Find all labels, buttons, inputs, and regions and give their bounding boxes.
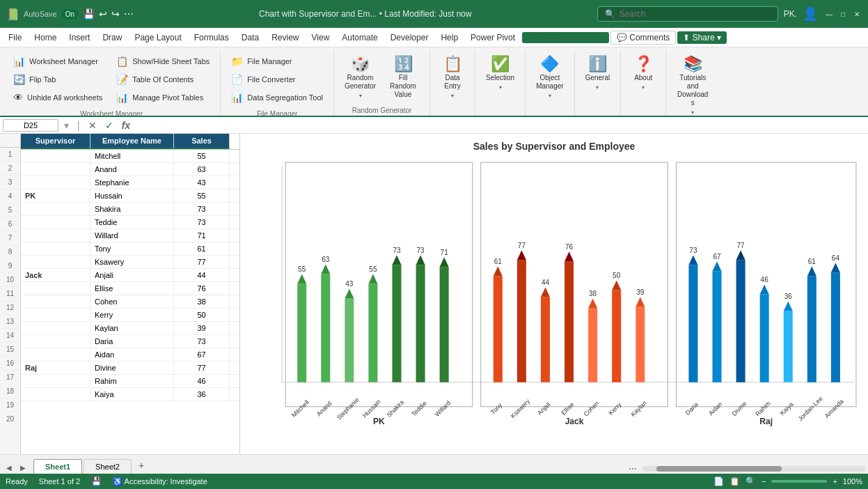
window-controls: — □ ✕ — [823, 8, 862, 20]
table-row[interactable]: Kerry 50 — [21, 309, 239, 322]
svg-text:Shakira: Shakira — [386, 398, 406, 419]
table-row[interactable]: Raj Divine 77 — [21, 362, 239, 375]
minimize-button[interactable]: — — [823, 8, 835, 20]
cell-sales: 77 — [174, 256, 230, 268]
menu-page-layout[interactable]: Page Layout — [129, 30, 187, 45]
menu-data[interactable]: Data — [236, 30, 265, 45]
profile-icon[interactable]: 👤 — [803, 6, 818, 22]
name-box[interactable] — [3, 119, 58, 132]
menu-review[interactable]: Review — [266, 30, 304, 45]
menu-developer[interactable]: Developer — [385, 30, 434, 45]
table-row[interactable]: Tony 61 — [21, 242, 239, 256]
ribbon-btn-data-entry[interactable]: 📋 DataEntry ▾ — [436, 53, 469, 102]
save-icon[interactable]: 💾 — [83, 8, 95, 20]
ribbon-btn-table-of-contents[interactable]: 📝 Table Of Contents — [111, 71, 214, 88]
horizontal-scrollbar[interactable] — [642, 466, 865, 472]
cell-employee: Daria — [90, 335, 174, 348]
menu-formulas[interactable]: Formulas — [189, 30, 235, 45]
data-entry-label: DataEntry — [444, 74, 460, 91]
close-button[interactable]: ✕ — [851, 8, 862, 20]
menu-comments[interactable]: 💬 Comments — [610, 31, 676, 45]
menu-insert[interactable]: Insert — [63, 30, 95, 45]
table-row[interactable]: Cohen 38 — [21, 295, 239, 309]
table-row[interactable]: Shakira 73 — [21, 203, 239, 216]
ribbon-btn-flip-tab[interactable]: 🔄 Flip Tab — [8, 71, 107, 88]
view-normal-icon[interactable]: 📄 — [713, 476, 724, 486]
menu-power-pivot[interactable]: Power Pivot — [465, 30, 521, 45]
menu-home[interactable]: Home — [29, 30, 62, 45]
cell-supervisor — [21, 282, 90, 295]
svg-marker-47 — [565, 251, 574, 261]
table-with-rownums: 1 2 3 4 5 6 7 8 9 10 11 12 13 14 15 16 1… — [0, 134, 239, 454]
table-row[interactable]: Aidan 67 — [21, 348, 239, 362]
table-row[interactable]: PK Hussain 55 — [21, 189, 239, 203]
table-row[interactable]: Ellise 76 — [21, 282, 239, 295]
ribbon-btn-tutorials[interactable]: 📚 Tutorials andDownloads ▾ — [672, 53, 713, 117]
ribbon-btn-worksheet-manager[interactable]: 📊 Worksheet Manager — [8, 53, 107, 70]
ribbon-btn-general[interactable]: ℹ️ General ▾ — [581, 53, 615, 94]
menu-share[interactable]: ⬆ Share ▾ — [677, 31, 727, 44]
search-input[interactable] — [620, 9, 771, 19]
table-row[interactable]: Mitchell 55 — [21, 150, 239, 163]
ribbon-btn-about[interactable]: ❓ About ▾ — [626, 53, 660, 94]
formula-fx[interactable]: fx — [119, 120, 133, 131]
more-icon[interactable]: ⋯ — [124, 8, 134, 20]
table-row[interactable]: Jack Anjali 44 — [21, 269, 239, 282]
row-numbers: 1 2 3 4 5 6 7 8 9 10 11 12 13 14 15 16 1… — [0, 134, 21, 454]
formula-input[interactable] — [136, 121, 865, 130]
zoom-in-icon[interactable]: + — [833, 477, 837, 486]
maximize-button[interactable]: □ — [837, 8, 849, 20]
menu-pk-utility[interactable]: PK's Utility Tool V3.0 — [522, 32, 609, 43]
ribbon-btn-fill-random[interactable]: 🔢 Fill RandomValue — [382, 53, 424, 102]
ribbon-btn-data-segregation[interactable]: 📊 Data Segregation Tool — [226, 89, 328, 106]
redo-icon[interactable]: ↪ — [111, 8, 120, 20]
table-row[interactable]: Rahim 46 — [21, 375, 239, 388]
svg-text:63: 63 — [322, 256, 330, 263]
zoom-out-icon[interactable]: − — [762, 477, 766, 486]
svg-text:Kerry: Kerry — [607, 401, 623, 417]
menu-file[interactable]: File — [3, 30, 27, 45]
table-row[interactable]: Anand 63 — [21, 163, 239, 176]
formula-confirm[interactable]: ✓ — [102, 120, 116, 131]
autosave-toggle[interactable]: On — [61, 9, 79, 20]
user-avatar[interactable]: PK. — [784, 9, 797, 19]
sheet-nav-prev[interactable]: ◀ — [3, 461, 15, 474]
table-row[interactable]: Daria 73 — [21, 335, 239, 348]
ribbon-btn-file-manager[interactable]: 📁 File Manager — [226, 53, 328, 70]
table-row[interactable]: Kaylan 39 — [21, 322, 239, 335]
ribbon-btn-show-hide-tabs[interactable]: 📋 Show/Hide Sheet Tabs — [111, 53, 214, 70]
ribbon-btn-file-converter[interactable]: 📄 File Converter — [226, 71, 328, 88]
sheet-nav-next[interactable]: ▶ — [17, 461, 29, 474]
table-row[interactable]: Teddie 73 — [21, 216, 239, 229]
view-page-icon[interactable]: 📋 — [729, 476, 740, 486]
row-num-8: 8 — [0, 245, 20, 259]
ribbon-btn-unhide-sheets[interactable]: 👁 Unhide All worksheets — [8, 89, 107, 106]
sheet-tab-1[interactable]: Sheet1 — [33, 459, 82, 474]
svg-text:46: 46 — [761, 276, 769, 284]
undo-icon[interactable]: ↩ — [99, 8, 107, 20]
add-sheet-button[interactable]: + — [133, 457, 150, 474]
title-bar: 📗 AutoSave On 💾 ↩ ↪ ⋯ Chart with Supervi… — [0, 0, 868, 28]
ribbon-btn-object-manager[interactable]: 🔷 ObjectManager ▾ — [531, 53, 568, 102]
scrollbar-options[interactable]: ⋯ — [629, 464, 637, 474]
menu-draw[interactable]: Draw — [97, 30, 127, 45]
svg-marker-72 — [736, 250, 745, 260]
ribbon-btn-selection[interactable]: ✅ Selection ▾ — [481, 53, 519, 94]
table-row[interactable]: Stephanie 43 — [21, 176, 239, 189]
col-sales: Sales — [174, 134, 230, 149]
menu-help[interactable]: Help — [435, 30, 464, 45]
menu-automate[interactable]: Automate — [336, 30, 383, 45]
table-row[interactable]: Ksawery 77 — [21, 256, 239, 269]
ribbon-btn-random-generator[interactable]: 🎲 RandomGenerator ▾ — [340, 53, 381, 102]
table-row[interactable]: Kaiya 36 — [21, 388, 239, 401]
formula-check[interactable]: ✕ — [86, 120, 100, 131]
sheet-tab-2[interactable]: Sheet2 — [84, 459, 132, 474]
zoom-slider[interactable] — [771, 480, 827, 483]
view-preview-icon[interactable]: 🔍 — [745, 476, 756, 486]
cell-supervisor — [21, 203, 90, 215]
search-box[interactable]: 🔍 — [597, 6, 778, 22]
table-row[interactable]: Willard 71 — [21, 229, 239, 242]
accessibility-label[interactable]: ♿ Accessibility: Investigate — [113, 477, 207, 486]
ribbon-btn-manage-pivot[interactable]: 📊 Manage Pivot Tables — [111, 89, 214, 106]
menu-view[interactable]: View — [306, 30, 336, 45]
